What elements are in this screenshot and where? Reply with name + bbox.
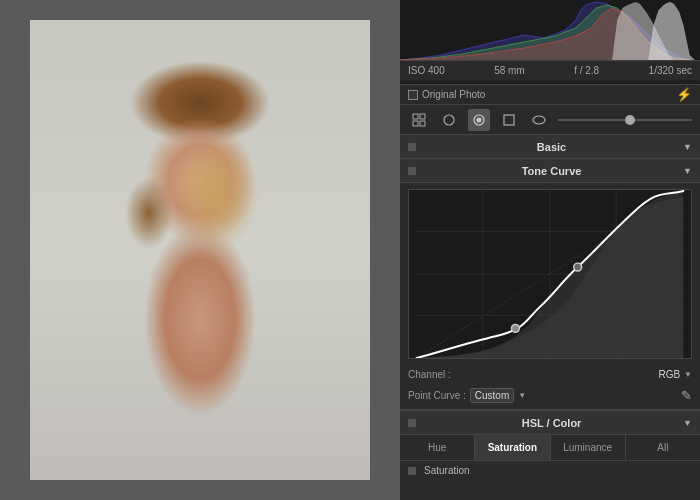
channel-value[interactable]: RGB [658, 369, 680, 380]
target-tool-icon[interactable] [468, 109, 490, 131]
channel-dropdown-arrow[interactable]: ▼ [684, 370, 692, 379]
point-curve-row: Point Curve : Custom ▼ ✎ [400, 384, 700, 410]
svg-point-14 [533, 116, 545, 124]
hsl-section-title: HSL / Color [522, 417, 582, 429]
tone-curve-canvas-area [400, 183, 700, 365]
hsl-tab-luminance[interactable]: Luminance [551, 435, 626, 460]
basic-section-header[interactable]: Basic ▼ [400, 135, 700, 159]
exif-bar: ISO 400 58 mm f / 2.8 1/320 sec [400, 60, 700, 80]
tool-brightness-slider[interactable] [558, 119, 692, 121]
svg-point-10 [444, 115, 454, 125]
edit-curve-icon[interactable]: ✎ [681, 388, 692, 403]
basic-section-title: Basic [537, 141, 566, 153]
tone-curve-chevron: ▼ [683, 166, 692, 176]
tone-curve-display[interactable] [408, 189, 692, 359]
histogram-canvas [400, 0, 700, 60]
exif-shutter: 1/320 sec [649, 65, 692, 76]
tone-curve-header[interactable]: Tone Curve ▼ [400, 159, 700, 183]
crop-tool-icon[interactable] [438, 109, 460, 131]
hsl-tabs: Hue Saturation Luminance All [400, 435, 700, 461]
svg-point-26 [574, 263, 582, 271]
svg-point-12 [477, 118, 481, 122]
tools-row [400, 105, 700, 135]
hsl-tab-all[interactable]: All [626, 435, 700, 460]
photo-container [30, 20, 370, 480]
svg-rect-13 [504, 115, 514, 125]
hsl-section: HSL / Color ▼ Hue Saturation Luminance A… [400, 410, 700, 480]
original-photo-label: Original Photo [422, 89, 485, 100]
exif-focal: 58 mm [494, 65, 525, 76]
hsl-section-dot [408, 419, 416, 427]
histogram-section: ISO 400 58 mm f / 2.8 1/320 sec [400, 0, 700, 85]
histogram-svg [400, 0, 700, 60]
photo-image [30, 20, 370, 480]
basic-section-chevron: ▼ [683, 142, 692, 152]
tone-curve-title: Tone Curve [522, 165, 582, 177]
exif-aperture: f / 2.8 [574, 65, 599, 76]
hsl-tab-hue[interactable]: Hue [400, 435, 475, 460]
photo-panel [0, 0, 400, 500]
ellipse-tool-icon[interactable] [528, 109, 550, 131]
tone-curve-svg [409, 190, 691, 358]
lightning-icon: ⚡ [676, 87, 692, 102]
point-curve-arrow[interactable]: ▼ [518, 391, 526, 400]
channel-row: Channel : RGB ▼ [400, 365, 700, 384]
channel-label: Channel : [408, 369, 451, 380]
grid-tool-icon[interactable] [408, 109, 430, 131]
saturation-label-text: Saturation [424, 465, 470, 476]
hsl-section-header[interactable]: HSL / Color ▼ [400, 411, 700, 435]
tone-curve-section: Tone Curve ▼ [400, 159, 700, 410]
svg-rect-9 [420, 121, 425, 126]
point-curve-label: Point Curve : [408, 390, 466, 401]
right-panel: ISO 400 58 mm f / 2.8 1/320 sec Original… [400, 0, 700, 500]
svg-rect-8 [413, 121, 418, 126]
panel-scroll[interactable]: Basic ▼ Tone Curve ▼ [400, 135, 700, 500]
hsl-section-chevron: ▼ [683, 418, 692, 428]
svg-rect-6 [413, 114, 418, 119]
basic-section-dot [408, 143, 416, 151]
svg-point-25 [511, 324, 519, 332]
tool-slider-area[interactable] [558, 119, 692, 121]
tone-curve-dot [408, 167, 416, 175]
original-photo-bar: Original Photo ⚡ [400, 85, 700, 105]
original-photo-checkbox[interactable] [408, 90, 418, 100]
saturation-dot [408, 467, 416, 475]
svg-rect-7 [420, 114, 425, 119]
point-curve-dropdown[interactable]: Custom [470, 388, 514, 403]
hsl-tab-saturation[interactable]: Saturation [475, 435, 550, 460]
rectangle-tool-icon[interactable] [498, 109, 520, 131]
exif-iso: ISO 400 [408, 65, 445, 76]
tool-slider-thumb [625, 115, 635, 125]
hsl-saturation-section-label: Saturation [400, 461, 700, 480]
